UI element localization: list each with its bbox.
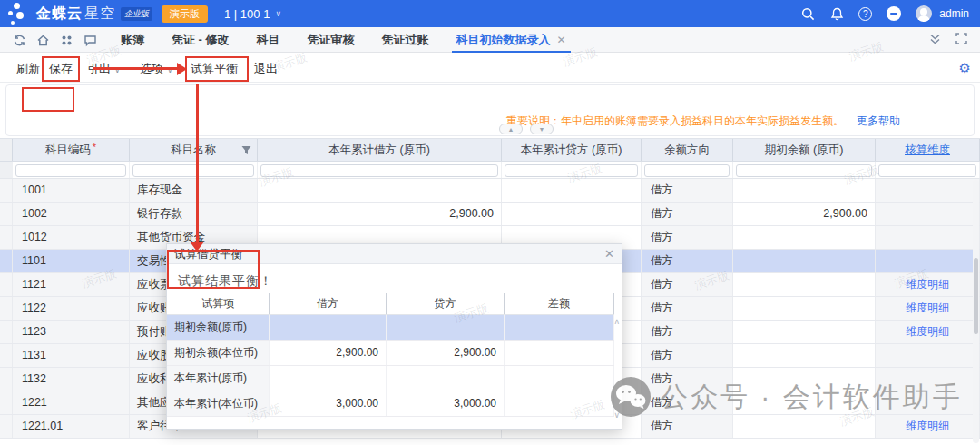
grid-header-strip bbox=[0, 139, 13, 161]
cell-code[interactable]: 1221.01 bbox=[13, 415, 130, 438]
cell-code[interactable]: 1012 bbox=[13, 226, 130, 249]
dimension-detail-link[interactable]: 维度明细 bbox=[906, 420, 949, 432]
filter-input-cname[interactable] bbox=[132, 164, 254, 177]
table-row-1001[interactable]: 1001库存现金借方 bbox=[0, 179, 980, 203]
grid-header-cdebit: 本年累计借方 (原币) bbox=[258, 139, 502, 161]
dialog-row[interactable]: 期初余额(原币) bbox=[167, 315, 614, 341]
cell-code[interactable]: 1123 bbox=[13, 321, 130, 343]
sync-icon[interactable] bbox=[13, 34, 26, 47]
tab-close-icon[interactable]: ✕ bbox=[557, 34, 566, 46]
cell-code[interactable]: 1002 bbox=[13, 203, 130, 225]
cell-name[interactable]: 银行存款 bbox=[130, 203, 258, 225]
table-row-1002[interactable]: 1002银行存款2,900.00借方2,900.00 bbox=[0, 203, 980, 226]
edition-badge: 企业版 bbox=[121, 7, 152, 21]
cell-debit-ytd[interactable]: 2,900.00 bbox=[258, 203, 502, 225]
toolbar-保存-button[interactable]: 保存 bbox=[49, 61, 73, 77]
tab-凭证审核[interactable]: 凭证审核 bbox=[294, 27, 368, 53]
grid-header-cdim[interactable]: 核算维度 bbox=[876, 139, 980, 161]
cell-direction: 借方 bbox=[642, 344, 733, 367]
notice-text: 重要说明：年中启用的账簿需要录入损益科目的本年实际损益发生额。 bbox=[506, 114, 844, 127]
cell-opening-balance[interactable] bbox=[733, 250, 876, 272]
bell-icon[interactable] bbox=[829, 6, 844, 21]
tab-科目[interactable]: 科目 bbox=[243, 27, 294, 53]
dimension-detail-link[interactable]: 维度明细 bbox=[906, 325, 949, 338]
dialog-row[interactable]: 本年累计(本位币)3,000.003,000.00 bbox=[167, 391, 614, 417]
cell-code[interactable]: 1132 bbox=[13, 368, 130, 391]
cell-direction: 借方 bbox=[642, 179, 733, 202]
grid-header-label[interactable]: 核算维度 bbox=[905, 143, 950, 158]
filter-input-cdir[interactable] bbox=[644, 164, 730, 177]
search-icon[interactable] bbox=[800, 6, 815, 21]
cell-credit-ytd[interactable] bbox=[502, 203, 642, 225]
cell-code[interactable]: 1101 bbox=[13, 250, 130, 272]
tab-科目初始数据录入[interactable]: 科目初始数据录入✕ bbox=[443, 27, 580, 53]
more-help-link[interactable]: 更多帮助 bbox=[857, 114, 900, 127]
cell-debit-ytd[interactable] bbox=[258, 179, 502, 202]
cell-opening-balance[interactable] bbox=[733, 415, 876, 438]
message-icon[interactable] bbox=[83, 34, 97, 47]
dialog-cell-debit bbox=[270, 366, 387, 391]
fullscreen-icon[interactable] bbox=[956, 33, 967, 48]
collapse-down-toggle[interactable]: ▼ bbox=[530, 124, 554, 134]
cell-opening-balance[interactable] bbox=[733, 344, 876, 367]
row-strip bbox=[0, 391, 13, 414]
cell-credit-ytd[interactable] bbox=[502, 179, 642, 202]
cell-opening-balance[interactable] bbox=[733, 321, 876, 343]
dialog-scroll-down-icon[interactable]: ∨ bbox=[613, 410, 620, 420]
filter-input-cdim[interactable] bbox=[878, 164, 976, 177]
tab-凭证过账[interactable]: 凭证过账 bbox=[368, 27, 443, 53]
cell-opening-balance[interactable] bbox=[733, 273, 876, 296]
dialog-row[interactable]: 期初余额(本位币)2,900.002,900.00 bbox=[167, 341, 614, 366]
filter-funnel-icon[interactable] bbox=[241, 145, 251, 158]
filter-input-ccode[interactable] bbox=[15, 164, 126, 177]
cell-opening-balance[interactable] bbox=[733, 297, 876, 320]
apps-grid-icon[interactable] bbox=[60, 34, 74, 47]
tab-label: 凭证 - 修改 bbox=[172, 33, 230, 46]
cell-direction: 借方 bbox=[642, 226, 733, 249]
filter-input-copen[interactable] bbox=[736, 164, 872, 177]
help-icon[interactable]: ? bbox=[858, 7, 872, 21]
cell-direction: 借方 bbox=[642, 203, 733, 225]
collapse-tabs-icon[interactable] bbox=[929, 33, 941, 48]
cell-opening-balance[interactable] bbox=[733, 391, 876, 414]
assistant-icon[interactable] bbox=[887, 6, 901, 21]
kingdee-logo-icon bbox=[5, 0, 33, 27]
collapse-up-toggle[interactable]: ▲ bbox=[499, 124, 523, 134]
cell-dimension: 维度明细 bbox=[876, 415, 980, 438]
toolbar-试算平衡-button[interactable]: 试算平衡 bbox=[191, 61, 238, 77]
dialog-cell-item: 期初余额(原币) bbox=[167, 315, 270, 340]
tab-凭证 - 修改[interactable]: 凭证 - 修改 bbox=[158, 27, 243, 53]
dialog-close-icon[interactable]: ✕ bbox=[604, 246, 614, 262]
cell-name[interactable]: 库存现金 bbox=[130, 179, 258, 202]
toolbar-刷新-button[interactable]: 刷新 bbox=[16, 61, 40, 77]
dimension-detail-link[interactable]: 维度明细 bbox=[906, 278, 949, 291]
cell-code[interactable]: 1122 bbox=[13, 297, 130, 320]
dialog-header-2: 贷方 bbox=[387, 293, 505, 314]
dialog-scroll-up-icon[interactable]: ∧ bbox=[613, 317, 620, 326]
cell-opening-balance[interactable] bbox=[733, 368, 876, 391]
grid-scrollbar[interactable] bbox=[973, 180, 979, 443]
tab-账簿[interactable]: 账簿 bbox=[107, 27, 158, 53]
toolbar-选项-button[interactable]: 选项∨ bbox=[140, 61, 173, 77]
cell-code[interactable]: 1121 bbox=[13, 273, 130, 296]
cell-opening-balance[interactable] bbox=[733, 226, 876, 249]
grid-header-cname: 科目名称 bbox=[130, 139, 258, 161]
cell-opening-balance[interactable] bbox=[733, 179, 876, 202]
home-icon[interactable] bbox=[36, 34, 50, 47]
gear-icon[interactable]: ⚙ bbox=[959, 60, 971, 76]
cell-code[interactable]: 1131 bbox=[13, 344, 130, 367]
toolbar-引出-button[interactable]: 引出∨ bbox=[87, 61, 121, 77]
cell-opening-balance[interactable]: 2,900.00 bbox=[733, 203, 876, 225]
cell-code[interactable]: 1221 bbox=[13, 391, 130, 414]
cell-dimension: 维度明细 bbox=[876, 273, 980, 296]
dialog-row[interactable]: 本年累计(原币) bbox=[167, 366, 614, 391]
filter-input-cdebit[interactable] bbox=[260, 164, 498, 177]
avatar[interactable] bbox=[916, 5, 932, 22]
dimension-detail-link[interactable]: 维度明细 bbox=[906, 302, 949, 314]
cell-code[interactable]: 1001 bbox=[13, 179, 130, 202]
filter-input-ccredit[interactable] bbox=[505, 164, 638, 177]
cell-dimension bbox=[876, 226, 980, 249]
toolbar-退出-button[interactable]: 退出 bbox=[254, 61, 278, 77]
org-selector[interactable]: 1 | 100 1 ∨ bbox=[224, 7, 281, 21]
tab-label: 凭证过账 bbox=[382, 33, 429, 46]
